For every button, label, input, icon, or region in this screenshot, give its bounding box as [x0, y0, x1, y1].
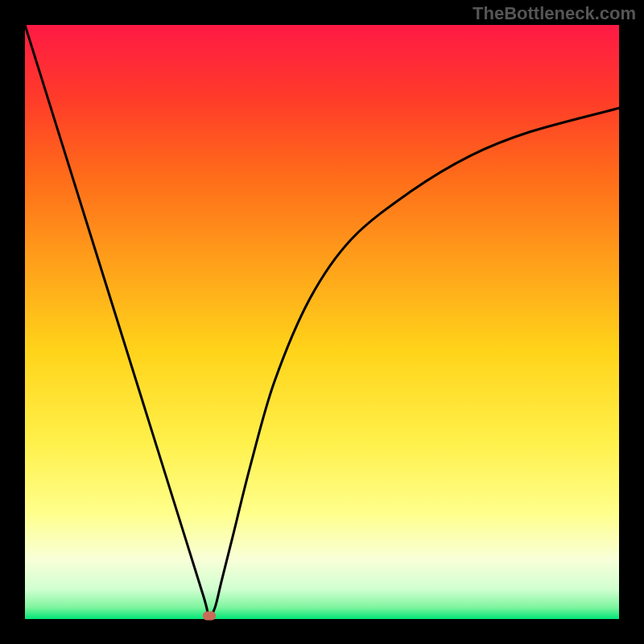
gradient-background — [25, 25, 619, 619]
chart-plot-area — [25, 25, 619, 619]
chart-svg — [25, 25, 619, 619]
minimum-marker — [203, 612, 216, 621]
attribution-text: TheBottleneck.com — [473, 3, 636, 24]
